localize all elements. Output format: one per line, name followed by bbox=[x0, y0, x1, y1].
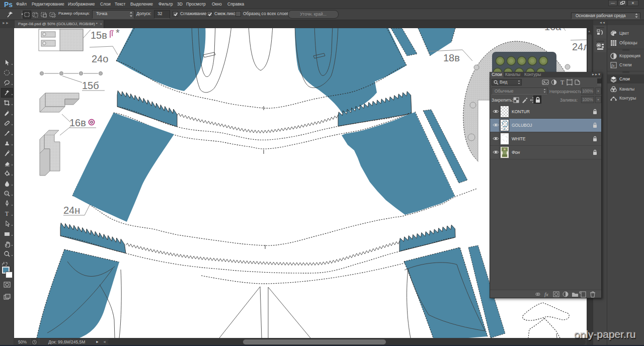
svg-text:T: T bbox=[5, 210, 9, 217]
svg-text:16в: 16в bbox=[69, 117, 86, 128]
svg-text:fx: fx bbox=[544, 291, 548, 297]
svg-text:24о: 24о bbox=[92, 53, 108, 64]
svg-text:*: * bbox=[116, 28, 120, 38]
svg-text:15б: 15б bbox=[82, 80, 99, 91]
svg-text:15в: 15в bbox=[91, 30, 107, 41]
svg-text:fx: fx bbox=[611, 63, 614, 68]
svg-text:16а: 16а bbox=[544, 28, 561, 32]
svg-text:18в: 18в bbox=[443, 52, 460, 63]
svg-text:24л: 24л bbox=[572, 41, 587, 52]
svg-text:T: T bbox=[560, 79, 565, 85]
svg-text:24н: 24н bbox=[63, 205, 80, 216]
